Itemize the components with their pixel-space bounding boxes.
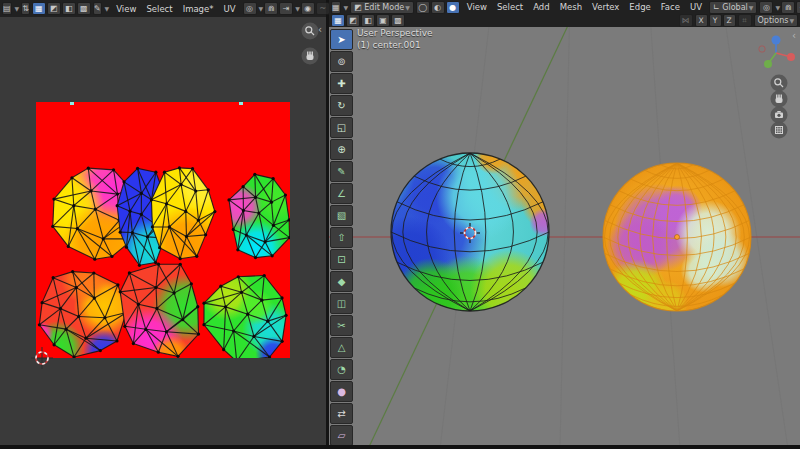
snap-magnet-toggle[interactable]: ⋒ — [781, 1, 795, 14]
chevron-down-icon: ▼ — [405, 4, 410, 11]
tool-smooth[interactable]: ● — [330, 381, 353, 402]
uv-menu-uv[interactable]: UV — [219, 4, 241, 14]
tool-move[interactable]: ✚ — [330, 73, 353, 94]
uv-menu-select[interactable]: Select — [141, 4, 177, 14]
mode-label: Edit Mode — [364, 3, 404, 12]
viewport-header-row2: ▦◩◧▣▩ ⋈ XYZ ⌗ Options ▼ — [329, 14, 800, 27]
tool-knife[interactable]: ✂ — [330, 315, 353, 336]
vp-camera-button[interactable] — [771, 107, 788, 124]
tool-inset[interactable]: ⊡ — [330, 249, 353, 270]
vp-menu-vertex[interactable]: Vertex — [587, 2, 624, 12]
mirror-axis-group: XYZ — [695, 14, 736, 27]
viewport-3d: ▦▼ ◩ Edit Mode ▼ ◯◐● ViewSelectAddMeshVe… — [329, 0, 800, 445]
mirror-axis-x[interactable]: X — [695, 14, 708, 27]
uv-pivot-dropdown[interactable]: ◎ — [243, 2, 257, 15]
chevron-down-icon: ▼ — [775, 4, 780, 11]
uv-snap-magnet[interactable]: ⋒ — [264, 2, 278, 15]
tool-bevel[interactable]: ◆ — [330, 271, 353, 292]
vp-menu-edge[interactable]: Edge — [624, 2, 655, 12]
toolbar: ➤⊚✚↻◱⊕✎∠▧⇧⊡◆◫✂△◔●⇄▱◨ — [330, 29, 353, 445]
uv-select-face[interactable]: ◧ — [62, 2, 76, 15]
chevron-down-icon: ▼ — [749, 4, 754, 11]
select-mode-edge[interactable]: ◩ — [346, 14, 360, 27]
tool-shear[interactable]: ▱ — [330, 425, 353, 445]
vp-menu-select[interactable]: Select — [492, 2, 528, 12]
select-mode-group: ▦◩◧▣▩ — [331, 14, 405, 27]
uv-sync-select-toggle[interactable]: ⇅ — [21, 2, 30, 15]
mode-dropdown[interactable]: ◩ Edit Mode ▼ — [350, 1, 414, 14]
options-dropdown[interactable]: Options ▼ — [754, 14, 799, 27]
blender-window: ▤▼ ⇅ ▦◩◧▩ ✎▼ ViewSelectImage*UV ◎▼⋒⇥▼◉~▼… — [0, 0, 800, 449]
tool-scale[interactable]: ◱ — [330, 117, 353, 138]
uv-select-island[interactable]: ▩ — [77, 2, 91, 15]
select-mode-vertex[interactable]: ▦ — [331, 14, 345, 27]
mirror-icon[interactable]: ⋈ — [679, 14, 693, 27]
uv-select-edge[interactable]: ◩ — [47, 2, 61, 15]
vp-perspective-button[interactable] — [771, 122, 788, 139]
chevron-down-icon: ▼ — [105, 5, 110, 12]
uv-pan-button[interactable] — [302, 48, 319, 65]
vp-zoom-button[interactable] — [771, 75, 788, 92]
uv-zoom-button[interactable] — [302, 23, 319, 40]
overlap-toggle[interactable]: ▩ — [391, 14, 405, 27]
uv-menu-view[interactable]: View — [111, 4, 141, 14]
vp-sidebar-collapse-icon[interactable]: ‹ — [792, 30, 796, 41]
axes-icon: ∟ — [713, 3, 720, 12]
snapping-icon[interactable]: ⌗ — [738, 14, 752, 27]
pivot-point-dropdown[interactable]: ◎ — [759, 1, 773, 14]
tool-loop-cut[interactable]: ◫ — [330, 293, 353, 314]
uv-select-vertex[interactable]: ▦ — [32, 2, 46, 15]
uv-proportional-toggle[interactable]: ◉ — [301, 2, 315, 15]
tool-poly-build[interactable]: △ — [330, 337, 353, 358]
vp-pan-button[interactable] — [771, 91, 788, 108]
shading-wireframe[interactable]: ◯ — [416, 1, 430, 14]
viewport-header-controls: ◎▼⋒⇥▼◉~▼↺▼◙▼◘▼ — [759, 1, 800, 14]
mirror-axis-z[interactable]: Z — [723, 14, 736, 27]
chevron-down-icon: ▼ — [259, 5, 264, 12]
chevron-down-icon: ▼ — [344, 4, 349, 11]
chevron-down-icon: ▼ — [789, 17, 794, 24]
uv-sidebar-collapse-icon[interactable]: ‹ — [318, 24, 322, 35]
vp-menu-mesh[interactable]: Mesh — [555, 2, 587, 12]
orientation-label: Global — [722, 3, 748, 12]
vp-menu-face[interactable]: Face — [656, 2, 685, 12]
viewport-header-row1: ▦▼ ◩ Edit Mode ▼ ◯◐● ViewSelectAddMeshVe… — [329, 0, 800, 14]
shading-textured[interactable]: ● — [446, 1, 460, 14]
tool-rotate[interactable]: ↻ — [330, 95, 353, 116]
uv-falloff-dropdown[interactable]: ~ — [316, 2, 330, 15]
uv-snap-target-dropdown[interactable]: ⇥ — [279, 2, 293, 15]
shading-solid[interactable]: ◐ — [431, 1, 445, 14]
vp-menu-uv[interactable]: UV — [685, 2, 707, 12]
uv-canvas[interactable] — [0, 0, 326, 449]
mirror-axis-y[interactable]: Y — [709, 14, 722, 27]
orientation-dropdown[interactable]: ∟ Global ▼ — [709, 1, 757, 14]
uv-menu-bar: ViewSelectImage*UV — [111, 4, 240, 14]
tool-select-box[interactable]: ➤ — [330, 29, 353, 50]
object-origin-dot — [675, 235, 680, 240]
editor-type-icon[interactable]: ▦ — [331, 1, 341, 14]
uv-editor-header: ▤▼ ⇅ ▦◩◧▩ ✎▼ ViewSelectImage*UV ◎▼⋒⇥▼◉~▼… — [0, 0, 326, 17]
tool-extrude[interactable]: ⇧ — [330, 227, 353, 248]
tool-edge-slide[interactable]: ⇄ — [330, 403, 353, 424]
shading-toggle-group: ◯◐● — [416, 1, 460, 14]
tool-annotate[interactable]: ✎ — [330, 161, 353, 182]
chevron-down-icon: ▼ — [15, 5, 20, 12]
vp-menu-add[interactable]: Add — [528, 2, 554, 12]
image-editor-type-icon[interactable]: ▤ — [2, 2, 12, 15]
uv-menu-image[interactable]: Image* — [178, 4, 219, 14]
tool-add-cube[interactable]: ▧ — [330, 205, 353, 226]
tool-select-circle[interactable]: ⊚ — [330, 51, 353, 72]
xray-toggle[interactable]: ▣ — [376, 14, 390, 27]
viewport-canvas[interactable] — [329, 0, 800, 445]
tool-spin[interactable]: ◔ — [330, 359, 353, 380]
chevron-down-icon: ▼ — [295, 5, 300, 12]
tool-measure[interactable]: ∠ — [330, 183, 353, 204]
select-mode-face[interactable]: ◧ — [361, 14, 375, 27]
snap-target-dropdown[interactable]: ⇥ — [796, 1, 800, 14]
tool-transform[interactable]: ⊕ — [330, 139, 353, 160]
uv-paint-mode-dropdown[interactable]: ✎ — [93, 2, 102, 15]
vp-menu-view[interactable]: View — [462, 2, 492, 12]
cube-icon: ◩ — [354, 3, 362, 12]
uv-select-mode-group: ▦◩◧▩ — [32, 2, 91, 15]
options-label: Options — [758, 16, 789, 25]
